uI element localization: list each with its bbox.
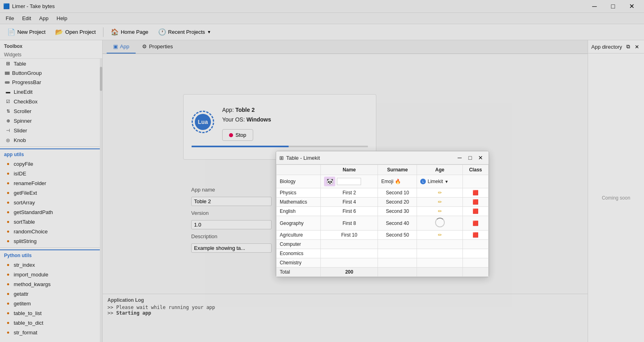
limekit-chevron-icon: ▼	[444, 179, 448, 184]
cell-age-geography	[417, 216, 463, 231]
cell-class-computer	[462, 240, 488, 249]
edit-icon[interactable]: ✏	[438, 199, 442, 205]
cell-class-biology	[462, 175, 488, 188]
modal-titlebar: ⊞ Table - Limekit ─ □ ✕	[276, 151, 489, 165]
cell-surname-math: Second 20	[378, 198, 417, 207]
spinner-graphic	[435, 218, 445, 227]
cell-name-computer	[321, 240, 378, 249]
cell-surname-economics	[378, 249, 417, 258]
table-row: Chemistry	[277, 258, 489, 268]
biology-name-input[interactable]	[337, 178, 361, 185]
modal-controls: ─ □ ✕	[455, 154, 485, 162]
cell-surname-computer	[378, 240, 417, 249]
cell-class-english: 🟥	[462, 207, 488, 216]
cell-subject-math: Mathematics	[277, 198, 321, 207]
col-name: Name	[321, 165, 378, 175]
table-row: Economics	[277, 249, 489, 258]
cell-age-english: ✏	[417, 207, 463, 216]
cell-total-age	[417, 268, 463, 277]
cell-surname-english: Second 30	[378, 207, 417, 216]
cell-subject-economics: Economics	[277, 249, 321, 258]
cell-age-math: ✏	[417, 198, 463, 207]
modal-content: Name Surname Age Class Biology 🐼	[276, 165, 489, 277]
cell-subject-biology: Biology	[277, 175, 321, 188]
delete-icon[interactable]: 🟥	[473, 232, 479, 238]
cell-age-physics: ✏	[417, 188, 463, 198]
table-row: Geography First 8 Second 40 🟥	[277, 216, 489, 231]
cell-name-math: First 4	[321, 198, 378, 207]
cell-subject-chemistry: Chemistry	[277, 258, 321, 268]
table-row: English First 6 Second 30 ✏ 🟥	[277, 207, 489, 216]
table-row: Mathematics First 4 Second 20 ✏ 🟥	[277, 198, 489, 207]
table-header-row: Name Surname Age Class	[277, 165, 489, 175]
modal-maximize-button[interactable]: □	[465, 154, 475, 162]
cell-name-physics: First 2	[321, 188, 378, 198]
cell-name-english: First 6	[321, 207, 378, 216]
delete-icon[interactable]: 🟥	[473, 199, 479, 205]
cell-total-class	[462, 268, 488, 277]
cell-surname-agriculture: Second 50	[378, 231, 417, 240]
cell-age-chemistry	[417, 258, 463, 268]
cell-subject-physics: Physics	[277, 188, 321, 198]
delete-icon[interactable]: 🟥	[473, 208, 479, 214]
cell-surname-geography: Second 40	[378, 216, 417, 231]
edit-icon[interactable]: ✏	[438, 232, 442, 238]
delete-icon[interactable]: 🟥	[473, 220, 479, 226]
col-age: Age	[417, 165, 463, 175]
cell-subject-total: Total	[277, 268, 321, 277]
table-row: Biology 🐼 Emoji 🔥 L	[277, 175, 489, 188]
cell-surname-chemistry	[378, 258, 417, 268]
table-row-total: Total 200	[277, 268, 489, 277]
table-modal: ⊞ Table - Limekit ─ □ ✕ Name Surname Age…	[276, 151, 489, 277]
cell-total-value: 200	[321, 268, 378, 277]
cell-age-biology: L Limekit ▼	[417, 175, 463, 188]
cell-class-math: 🟥	[462, 198, 488, 207]
modal-minimize-button[interactable]: ─	[455, 154, 464, 162]
cell-class-chemistry	[462, 258, 488, 268]
edit-icon[interactable]: ✏	[438, 208, 442, 214]
modal-title-text: Table - Limekit	[286, 155, 320, 161]
cell-class-economics	[462, 249, 488, 258]
cell-surname-physics: Second 10	[378, 188, 417, 198]
table-row: Physics First 2 Second 10 ✏ 🟥	[277, 188, 489, 198]
modal-close-button[interactable]: ✕	[476, 154, 485, 162]
edit-icon[interactable]: ✏	[438, 190, 442, 196]
cell-subject-computer: Computer	[277, 240, 321, 249]
col-surname: Surname	[378, 165, 417, 175]
biology-emoji-label: Emoji 🔥	[381, 179, 400, 184]
cell-name-biology: 🐼	[321, 175, 378, 188]
limekit-icon: L	[420, 179, 426, 184]
cell-name-economics	[321, 249, 378, 258]
cell-name-agriculture: First 10	[321, 231, 378, 240]
limekit-select[interactable]: L Limekit ▼	[420, 179, 459, 184]
cell-class-physics: 🟥	[462, 188, 488, 198]
cell-subject-english: English	[277, 207, 321, 216]
cell-surname-biology: Emoji 🔥	[378, 175, 417, 188]
delete-icon[interactable]: 🟥	[473, 190, 479, 196]
col-subject	[277, 165, 321, 175]
table-row: Computer	[277, 240, 489, 249]
cell-age-computer	[417, 240, 463, 249]
table-row: Agriculture First 10 Second 50 ✏ 🟥	[277, 231, 489, 240]
cell-age-agriculture: ✏	[417, 231, 463, 240]
limekit-label: Limekit	[427, 179, 443, 184]
modal-table-icon: ⊞	[279, 155, 284, 161]
cell-subject-geography: Geography	[277, 216, 321, 231]
biology-emoji-cell: Emoji 🔥	[381, 179, 413, 184]
cell-class-geography: 🟥	[462, 216, 488, 231]
col-class: Class	[462, 165, 488, 175]
modal-title: ⊞ Table - Limekit	[279, 155, 320, 161]
data-table: Name Surname Age Class Biology 🐼	[276, 165, 489, 277]
cell-class-agriculture: 🟥	[462, 231, 488, 240]
biology-avatar: 🐼	[324, 177, 335, 186]
cell-subject-agriculture: Agriculture	[277, 231, 321, 240]
cell-total-surname	[378, 268, 417, 277]
cell-name-geography: First 8	[321, 216, 378, 231]
cell-name-chemistry	[321, 258, 378, 268]
cell-age-economics	[417, 249, 463, 258]
